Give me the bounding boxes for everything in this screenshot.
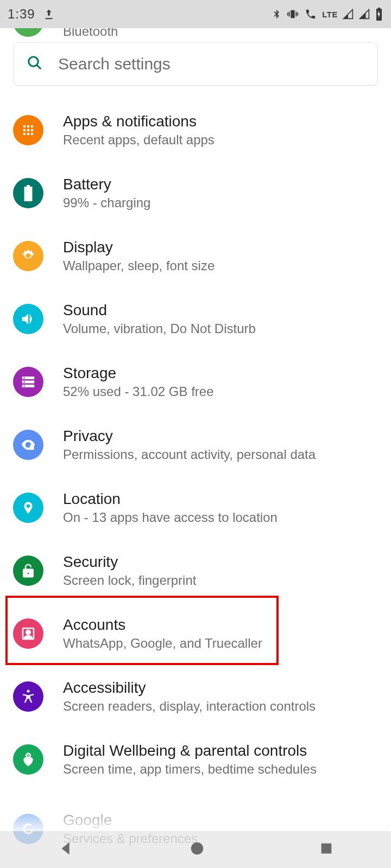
display-icon [13, 241, 43, 271]
search-settings[interactable]: Search settings [13, 42, 378, 86]
item-sub: Permissions, account activity, personal … [63, 447, 316, 462]
location-icon [13, 493, 43, 523]
settings-list[interactable]: Apps & notifications Recent apps, defaul… [0, 86, 391, 791]
item-digital-wellbeing[interactable]: Digital Wellbeing & parental controls Sc… [13, 728, 378, 791]
search-icon [27, 55, 43, 73]
item-title: Apps & notifications [63, 113, 215, 130]
accessibility-icon [13, 681, 43, 712]
item-sub: Wallpaper, sleep, font size [63, 258, 215, 273]
item-title: Battery [63, 176, 150, 193]
svg-point-0 [29, 57, 39, 67]
item-sound[interactable]: Sound Volume, vibration, Do Not Disturb [13, 288, 378, 350]
nav-home-icon[interactable] [189, 840, 205, 859]
upload-icon [43, 8, 55, 20]
bluetooth-icon [271, 8, 282, 21]
item-location[interactable]: Location On - 13 apps have access to loc… [13, 476, 378, 539]
svg-point-5 [23, 129, 26, 132]
nav-back-icon[interactable] [57, 839, 75, 860]
lte-label: LTE [322, 10, 338, 19]
svg-point-16 [23, 385, 25, 387]
security-icon [13, 556, 43, 586]
item-title: Display [63, 239, 215, 256]
item-title: Location [63, 490, 278, 508]
storage-icon [13, 367, 43, 397]
item-sub: 99% - charging [63, 195, 150, 210]
wellbeing-icon [13, 744, 43, 775]
svg-point-4 [31, 125, 34, 128]
svg-rect-21 [27, 572, 30, 575]
svg-point-23 [26, 630, 30, 635]
svg-point-27 [191, 843, 204, 855]
item-sub: Bluetooth [63, 28, 192, 39]
status-bar: 1:39 LTE [0, 0, 391, 28]
svg-line-1 [37, 65, 41, 69]
item-title: Digital Wellbeing & parental controls [63, 742, 317, 760]
item-accessibility[interactable]: Accessibility Screen readers, display, i… [13, 665, 378, 728]
item-privacy[interactable]: Privacy Permissions, account activity, p… [13, 413, 378, 476]
status-time: 1:39 [8, 7, 35, 22]
navigation-bar [0, 831, 391, 868]
svg-point-26 [28, 755, 29, 756]
item-apps-notifications[interactable]: Apps & notifications Recent apps, defaul… [13, 99, 378, 162]
svg-point-15 [23, 381, 25, 383]
accounts-icon [13, 618, 43, 649]
privacy-icon [13, 430, 43, 460]
item-battery[interactable]: Battery 99% - charging [13, 162, 378, 225]
item-title: Sound [63, 302, 256, 319]
item-security[interactable]: Security Screen lock, fingerprint [13, 539, 378, 602]
signal-icon-1 [342, 9, 354, 20]
item-title: Accounts [63, 616, 262, 634]
battery-icon [13, 178, 43, 208]
item-sub: Screen lock, fingerprint [63, 573, 196, 588]
svg-point-7 [31, 129, 34, 132]
item-title: Accessibility [63, 679, 316, 697]
svg-point-17 [27, 443, 29, 446]
sound-icon [13, 304, 43, 334]
item-sub: Screen readers, display, interaction con… [63, 699, 316, 714]
volte-icon [304, 8, 318, 20]
signal-icon-2 [358, 9, 370, 20]
item-accounts[interactable]: Accounts WhatsApp, Google, and Truecalle… [13, 602, 378, 665]
svg-rect-28 [321, 844, 332, 854]
svg-point-3 [27, 125, 30, 128]
search-placeholder: Search settings [58, 55, 171, 73]
devices-icon [13, 28, 43, 37]
status-left: 1:39 [8, 7, 55, 22]
status-right: LTE [271, 8, 383, 21]
item-sub: On - 13 apps have access to location [63, 510, 278, 525]
apps-icon [13, 115, 43, 145]
svg-point-2 [23, 125, 26, 128]
svg-point-8 [23, 133, 26, 136]
item-sub: 52% used - 31.02 GB free [63, 384, 214, 399]
item-sub: Volume, vibration, Do Not Disturb [63, 321, 256, 336]
item-title: Security [63, 553, 196, 571]
svg-point-6 [27, 129, 30, 132]
vibrate-icon [286, 8, 299, 20]
item-storage[interactable]: Storage 52% used - 31.02 GB free [13, 350, 378, 413]
svg-point-14 [23, 377, 25, 379]
svg-point-10 [31, 133, 34, 136]
item-display[interactable]: Display Wallpaper, sleep, font size [13, 225, 378, 288]
svg-point-24 [27, 690, 30, 693]
svg-point-9 [27, 133, 30, 136]
item-title: Google [63, 812, 198, 829]
item-sub: Screen time, app timers, bedtime schedul… [63, 762, 317, 777]
battery-charging-icon [375, 8, 383, 21]
item-sub: WhatsApp, Google, and Truecaller [63, 636, 262, 651]
nav-recents-icon[interactable] [319, 841, 334, 858]
item-title: Privacy [63, 427, 316, 445]
item-title: Storage [63, 365, 214, 382]
scroll-peek: Connected devices Bluetooth [0, 28, 391, 42]
item-sub: Recent apps, default apps [63, 132, 215, 148]
